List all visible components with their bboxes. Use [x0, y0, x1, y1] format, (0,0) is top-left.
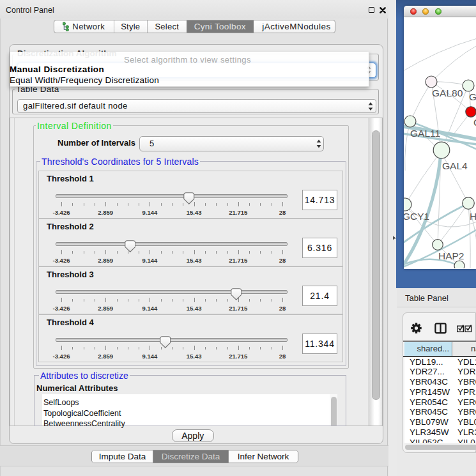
svg-text:GA: GA [469, 91, 476, 102]
svg-text:C: C [473, 117, 476, 128]
svg-text:GCY1: GCY1 [404, 211, 429, 222]
svg-text:GAL4: GAL4 [442, 160, 468, 171]
svg-text:GAL11: GAL11 [410, 128, 440, 139]
svg-text:HAP2: HAP2 [438, 250, 464, 261]
svg-text:H: H [470, 211, 476, 222]
svg-text:GAL80: GAL80 [432, 88, 463, 98]
